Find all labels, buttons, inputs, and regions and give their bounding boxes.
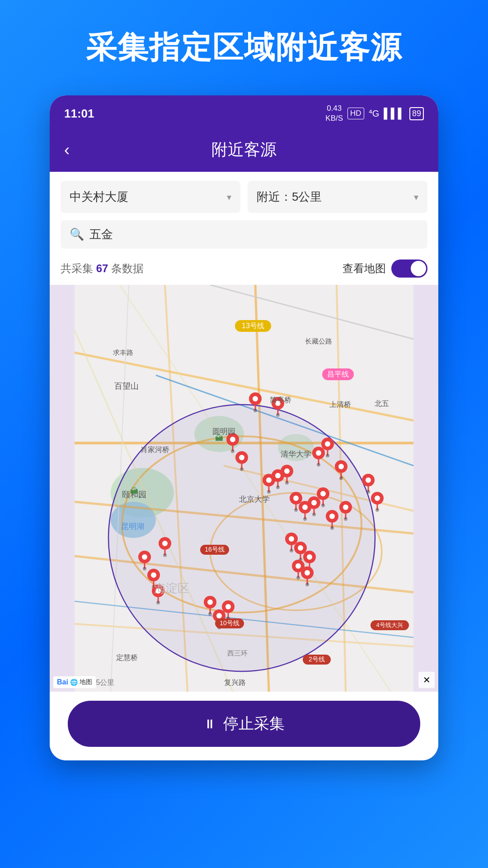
- svg-point-72: [311, 500, 317, 505]
- stop-collect-button[interactable]: ⏸ 停止采集: [68, 701, 420, 747]
- status-speed: 0.43KB/S: [325, 104, 343, 123]
- pause-icon: ⏸: [203, 717, 216, 731]
- map-container[interactable]: 13号线 昌平线 16号线 10号线 2号线 4号线大兴 百望山 肖家河桥 颐和…: [50, 285, 438, 692]
- svg-point-66: [294, 508, 298, 512]
- svg-text:🏔: 🏔: [130, 486, 138, 495]
- svg-point-38: [240, 467, 244, 471]
- page-title: 采集指定区域附近客源: [86, 27, 402, 68]
- svg-point-104: [289, 536, 294, 542]
- svg-text:长藏公路: 长藏公路: [305, 337, 332, 345]
- svg-point-116: [296, 563, 301, 569]
- svg-point-90: [163, 553, 167, 557]
- stop-btn-label: 停止采集: [223, 713, 285, 734]
- svg-point-120: [305, 570, 310, 576]
- svg-point-64: [293, 495, 299, 501]
- svg-text:简亭桥: 简亭桥: [270, 396, 291, 404]
- svg-text:北京大学: 北京大学: [239, 495, 270, 504]
- svg-point-92: [142, 554, 147, 560]
- svg-text:10号线: 10号线: [220, 619, 239, 627]
- svg-point-42: [267, 490, 271, 494]
- nav-bar: ‹ 附近客源: [50, 130, 438, 172]
- svg-point-36: [239, 455, 244, 460]
- stats-text: 共采集 67 条数据: [61, 261, 144, 276]
- distance-dropdown[interactable]: 附近：5公里 ▾: [248, 181, 427, 213]
- svg-point-34: [231, 449, 235, 453]
- svg-point-96: [151, 572, 156, 578]
- svg-text:昆明湖: 昆明湖: [121, 522, 144, 531]
- search-icon: 🔍: [70, 227, 84, 241]
- svg-text:定慧桥: 定慧桥: [116, 654, 138, 661]
- back-button[interactable]: ‹: [64, 141, 70, 160]
- svg-text:复兴路: 复兴路: [224, 679, 246, 686]
- svg-text:清华大学: 清华大学: [281, 450, 311, 458]
- svg-text:百望山: 百望山: [114, 382, 139, 391]
- svg-point-136: [216, 613, 222, 618]
- svg-point-62: [339, 476, 343, 480]
- svg-point-60: [338, 464, 344, 469]
- svg-text:上清桥: 上清桥: [329, 401, 351, 408]
- location-dropdown[interactable]: 中关村大厦 ▾: [61, 181, 240, 213]
- stats-count: 67: [96, 262, 108, 274]
- svg-point-118: [296, 576, 300, 580]
- map-svg: 13号线 昌平线 16号线 10号线 2号线 4号线大兴 百望山 肖家河桥 颐和…: [50, 285, 438, 692]
- svg-point-54: [317, 463, 320, 467]
- map-view-toggle[interactable]: [391, 259, 427, 278]
- svg-point-40: [266, 477, 272, 483]
- location-arrow: ▾: [227, 192, 231, 203]
- svg-point-122: [305, 583, 309, 586]
- svg-point-88: [162, 541, 168, 546]
- svg-point-50: [285, 481, 289, 485]
- svg-text:昌平线: 昌平线: [327, 370, 349, 378]
- close-map-button[interactable]: ✕: [418, 672, 435, 688]
- hd-badge: HD: [347, 108, 364, 119]
- svg-text:北五: 北五: [375, 400, 389, 407]
- bottom-btn-area: ⏸ 停止采集: [50, 692, 438, 760]
- distance-label: 附近：5公里: [257, 189, 322, 205]
- svg-point-86: [344, 517, 347, 521]
- svg-point-108: [298, 545, 303, 551]
- svg-point-22: [108, 405, 375, 671]
- svg-point-46: [276, 486, 280, 489]
- svg-point-74: [312, 513, 316, 516]
- nav-title: 附近客源: [211, 139, 277, 161]
- battery-icon: 89: [409, 107, 424, 120]
- svg-text:16号线: 16号线: [205, 546, 225, 553]
- search-input[interactable]: [89, 227, 418, 241]
- svg-point-68: [302, 505, 308, 510]
- signal-icon: ▌▌▌: [384, 108, 405, 119]
- svg-point-70: [303, 517, 307, 521]
- svg-text:13号线: 13号线: [242, 322, 264, 330]
- svg-point-80: [329, 514, 335, 519]
- svg-point-102: [156, 601, 160, 604]
- svg-point-140: [225, 604, 231, 609]
- search-bar: 🔍: [61, 220, 427, 249]
- svg-text:5公里: 5公里: [96, 679, 115, 686]
- svg-point-124: [366, 477, 371, 483]
- svg-point-30: [276, 413, 280, 417]
- svg-point-48: [284, 468, 290, 474]
- svg-point-134: [208, 612, 212, 616]
- svg-text:西三环: 西三环: [227, 649, 248, 657]
- stats-row: 共采集 67 条数据 查看地图: [61, 256, 427, 285]
- svg-text:4号线大兴: 4号线大兴: [376, 622, 403, 628]
- controls-area: 中关村大厦 ▾ 附近：5公里 ▾ 🔍 共采集 67 条数据 查看地图: [50, 172, 438, 285]
- svg-point-32: [230, 437, 235, 442]
- svg-point-56: [325, 441, 330, 447]
- svg-text:🏔: 🏔: [215, 434, 223, 443]
- network-icon: ⁴G: [369, 108, 380, 119]
- svg-text:肖家河桥: 肖家河桥: [141, 446, 169, 453]
- location-value: 中关村大厦: [70, 189, 128, 205]
- svg-text:2号线: 2号线: [309, 656, 325, 663]
- svg-point-76: [320, 491, 326, 496]
- dropdown-row: 中关村大厦 ▾ 附近：5公里 ▾: [61, 181, 427, 213]
- svg-point-130: [375, 508, 379, 512]
- svg-point-84: [343, 505, 348, 510]
- svg-point-26: [253, 409, 257, 412]
- svg-text:海淀区: 海淀区: [154, 581, 189, 595]
- toggle-knob: [411, 261, 426, 276]
- status-bar: 11:01 0.43KB/S HD ⁴G ▌▌▌ 89: [50, 95, 438, 130]
- map-toggle-label: 查看地图: [343, 261, 386, 276]
- svg-point-44: [275, 473, 281, 478]
- svg-point-132: [207, 599, 213, 605]
- svg-point-112: [307, 554, 312, 560]
